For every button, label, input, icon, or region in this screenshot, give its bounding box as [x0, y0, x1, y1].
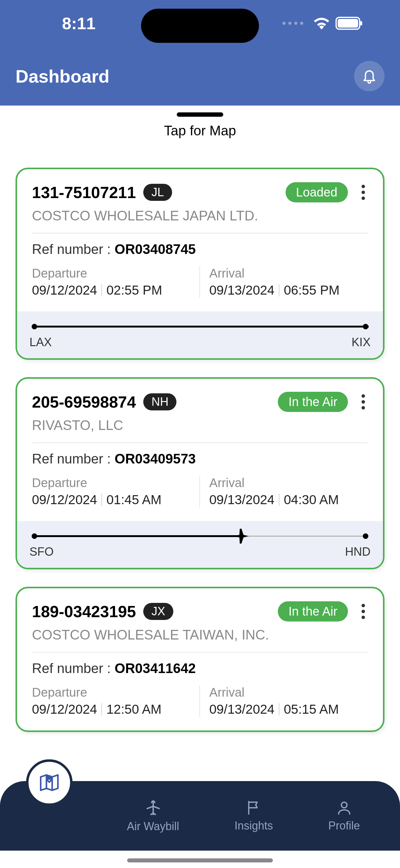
battery-icon [335, 17, 363, 30]
arrival-time: 06:55 PM [284, 283, 339, 298]
origin-dot-icon [32, 533, 37, 539]
ref-number-row: Ref number : OR03409573 [32, 443, 368, 476]
arrival-label: Arrival [209, 476, 368, 490]
arrival-time: 05:15 AM [284, 702, 339, 717]
arrival-date: 09/13/2024 [209, 702, 274, 717]
wifi-icon [313, 17, 330, 30]
notifications-button[interactable] [354, 61, 385, 91]
departure-label: Departure [32, 685, 190, 700]
svg-point-4 [341, 802, 347, 808]
status-icons [282, 17, 363, 30]
origin-airport: SFO [29, 545, 54, 558]
home-indicator [127, 858, 273, 862]
svg-rect-2 [360, 21, 362, 26]
status-badge: In the Air [278, 392, 348, 412]
departure-block: Departure 09/12/2024 12:50 AM [32, 685, 200, 717]
more-menu-button[interactable] [359, 391, 368, 412]
status-bar: 8:11 [0, 0, 400, 39]
departure-date: 09/12/2024 [32, 283, 97, 298]
shipment-card[interactable]: 189-03423195 JX In the Air COSTCO WHOLES… [15, 587, 385, 732]
progress-strip: SFO HND [17, 521, 383, 568]
ref-label: Ref number : [32, 451, 115, 466]
shipment-list: 131-75107211 JL Loaded COSTCO WHOLESALE … [0, 150, 400, 800]
progress-strip: LAX KIX [17, 311, 383, 358]
departure-date: 09/12/2024 [32, 492, 97, 507]
nav-label: Air Waybill [127, 820, 179, 833]
shipment-card[interactable]: 131-75107211 JL Loaded COSTCO WHOLESALE … [15, 168, 385, 360]
progress-track [31, 534, 369, 538]
svg-rect-1 [338, 19, 358, 28]
awb-number: 131-75107211 [32, 183, 136, 202]
departure-block: Departure 09/12/2024 02:55 PM [32, 266, 200, 298]
status-badge: In the Air [278, 601, 348, 621]
ref-value: OR03408745 [115, 242, 196, 257]
drag-handle-icon [177, 113, 223, 117]
nav-profile[interactable]: Profile [328, 799, 360, 832]
tap-for-map-label: Tap for Map [164, 123, 236, 138]
destination-airport: HND [345, 545, 371, 558]
arrival-date: 09/13/2024 [209, 492, 274, 507]
destination-dot-icon [363, 533, 368, 539]
nav-label: Profile [328, 819, 360, 832]
more-menu-button[interactable] [359, 182, 368, 203]
company-name: COSTCO WHOLESALE JAPAN LTD. [32, 208, 368, 234]
origin-dot-icon [32, 324, 37, 330]
page-title: Dashboard [15, 66, 109, 87]
app-header: 8:11 Dashboard [0, 0, 400, 105]
destination-dot-icon [363, 324, 368, 330]
company-name: RIVASTO, LLC [32, 417, 368, 443]
device-notch [141, 9, 259, 43]
departure-time: 02:55 PM [106, 283, 162, 298]
ref-value: OR03409573 [115, 451, 196, 466]
arrival-label: Arrival [209, 685, 368, 700]
ref-number-row: Ref number : OR03408745 [32, 234, 368, 266]
awb-number: 205-69598874 [32, 393, 136, 411]
ref-value: OR03411642 [115, 661, 196, 676]
ref-label: Ref number : [32, 661, 115, 676]
departure-time: 12:50 AM [106, 702, 161, 717]
carrier-badge: NH [143, 393, 176, 410]
carrier-badge: JL [143, 184, 172, 201]
departure-date: 09/12/2024 [32, 702, 97, 717]
arrival-block: Arrival 09/13/2024 05:15 AM [200, 685, 368, 717]
airplane-icon [231, 526, 251, 546]
person-icon [336, 799, 353, 816]
carrier-dots-icon [282, 22, 303, 25]
status-badge: Loaded [286, 182, 348, 203]
shipment-card[interactable]: 205-69598874 NH In the Air RIVASTO, LLC … [15, 377, 385, 569]
nav-air-waybill[interactable]: Air Waybill [127, 799, 179, 833]
progress-track [31, 324, 369, 329]
company-name: COSTCO WHOLESALE TAIWAN, INC. [32, 627, 368, 653]
map-fab-button[interactable] [26, 760, 72, 806]
flag-icon [245, 799, 262, 816]
awb-number: 189-03423195 [32, 602, 136, 621]
departure-label: Departure [32, 266, 190, 280]
origin-airport: LAX [29, 336, 52, 349]
departure-label: Departure [32, 476, 190, 490]
bottom-nav: Air Waybill Insights Profile [0, 781, 400, 850]
airplane-icon [144, 799, 162, 817]
more-menu-button[interactable] [359, 601, 368, 622]
arrival-date: 09/13/2024 [209, 283, 274, 298]
map-pin-icon [38, 771, 61, 794]
arrival-label: Arrival [209, 266, 368, 280]
departure-block: Departure 09/12/2024 01:45 AM [32, 476, 200, 507]
bell-icon [362, 68, 377, 85]
tap-for-map[interactable]: Tap for Map [0, 105, 400, 150]
ref-number-row: Ref number : OR03411642 [32, 653, 368, 685]
status-time: 8:11 [62, 14, 96, 33]
arrival-time: 04:30 AM [284, 492, 339, 507]
carrier-badge: JX [143, 603, 173, 620]
arrival-block: Arrival 09/13/2024 06:55 PM [200, 266, 368, 298]
ref-label: Ref number : [32, 242, 115, 257]
arrival-block: Arrival 09/13/2024 04:30 AM [200, 476, 368, 507]
nav-insights[interactable]: Insights [234, 799, 273, 832]
destination-airport: KIX [352, 336, 371, 349]
nav-label: Insights [234, 819, 273, 832]
departure-time: 01:45 AM [106, 492, 161, 507]
